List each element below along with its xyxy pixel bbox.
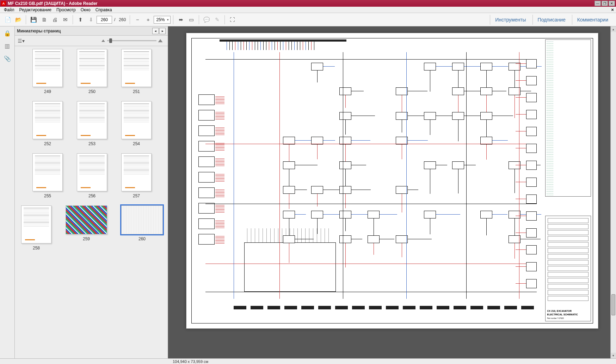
page-down-icon[interactable]: ⬇ (86, 15, 96, 25)
tab-comments[interactable]: Комментарии (572, 15, 613, 25)
tab-sign[interactable]: Подписание (532, 15, 571, 25)
schematic-legend-list: ────────────────────────────────────────… (545, 39, 591, 197)
thumbnails-icon[interactable]: ▥ (3, 41, 12, 50)
attachments-icon[interactable]: 📎 (3, 54, 12, 63)
thumbnail-label: 249 (44, 89, 51, 94)
separator (199, 15, 199, 24)
navigation-rail: 🔒 ▥ 📎 (0, 26, 15, 358)
thumbnail-249[interactable]: 249 (32, 49, 63, 94)
thumbnail-250[interactable]: 250 (77, 49, 107, 94)
thumbnail-label: 250 (88, 89, 96, 94)
thumbnail-size-slider[interactable] (107, 40, 156, 41)
save-as-icon[interactable]: 🗎 (39, 15, 49, 25)
separator (130, 15, 130, 24)
thumbnail-label: 260 (138, 236, 146, 241)
separator (73, 15, 73, 24)
thumbnail-label: 253 (88, 141, 96, 146)
menu-view[interactable]: Просмотр (54, 7, 78, 13)
title-block-line1: CX 210, EXCAVATOR (547, 309, 590, 313)
menu-file[interactable]: Файл (1, 7, 17, 13)
separator (173, 15, 173, 24)
highlight-icon[interactable]: ✎ (212, 15, 222, 25)
thumbnail-260[interactable]: 260 (121, 205, 163, 251)
fit-page-icon[interactable]: ▭ (186, 15, 196, 25)
document-viewport[interactable]: ────────────────────────────────────────… (168, 26, 616, 358)
menu-bar: Файл Редактирование Просмотр Окно Справк… (0, 7, 616, 13)
slider-min-icon (101, 39, 105, 42)
side-panel-title: Миниатюры страниц (17, 29, 61, 33)
status-bar: 104,940 x 73,959 см (0, 358, 616, 364)
restore-button[interactable]: ❐ (602, 1, 608, 6)
thumbnail-254[interactable]: 254 (121, 101, 152, 146)
document-close-button[interactable]: × (610, 7, 615, 12)
security-lock-icon[interactable]: 🔒 (3, 29, 12, 38)
page-up-icon[interactable]: ⬆ (75, 15, 85, 25)
page-number-input[interactable] (97, 16, 112, 24)
thumbnail-label: 255 (44, 193, 51, 198)
thumbnail-label: 256 (88, 193, 96, 198)
page-total: 260 (119, 17, 126, 22)
thumbnail-251[interactable]: 251 (121, 49, 152, 94)
page-separator: / (114, 17, 115, 22)
slider-max-icon (158, 39, 163, 42)
title-block-line3: Part number 7-27620 (547, 316, 590, 320)
thumbnail-255[interactable]: 255 (32, 153, 63, 198)
minimize-button[interactable]: — (595, 1, 601, 6)
scroll-up-arrow[interactable]: ▴ (611, 26, 616, 32)
export-pdf-icon[interactable]: 📄 (3, 15, 13, 25)
thumbnail-259[interactable]: 259 (66, 205, 107, 251)
schematic-key-block (545, 216, 591, 321)
panel-options-icon[interactable]: ☰▾ (18, 38, 25, 44)
read-mode-icon[interactable]: ⛶ (227, 15, 237, 25)
app-icon: A (1, 1, 6, 6)
menu-help[interactable]: Справка (93, 7, 115, 13)
zoom-out-icon[interactable]: − (133, 15, 142, 25)
open-icon[interactable]: 📂 (13, 15, 23, 25)
page-dimensions: 104,940 x 73,959 см (173, 359, 208, 364)
thumbnail-label: 251 (133, 89, 140, 94)
close-button[interactable]: ✕ (609, 1, 615, 6)
zoom-select[interactable]: 25% (154, 16, 171, 24)
menu-window[interactable]: Окно (78, 7, 93, 13)
separator (224, 15, 225, 24)
separator (26, 15, 26, 24)
thumbnails-scroll[interactable]: 249250251252253254255256257258259260 (15, 46, 168, 358)
thumbnail-label: 259 (83, 236, 90, 241)
page-canvas: ────────────────────────────────────────… (186, 33, 598, 329)
vertical-scrollbar[interactable]: ▴ ▾ (610, 26, 616, 358)
thumbnail-256[interactable]: 256 (77, 153, 107, 198)
main-area: 🔒 ▥ 📎 Миниатюры страниц ◂ ▸ ☰▾ 249250251… (0, 26, 616, 358)
comment-icon[interactable]: 💬 (202, 15, 211, 25)
thumbnail-label: 257 (133, 193, 140, 198)
panel-prev-button[interactable]: ◂ (152, 28, 159, 34)
email-icon[interactable]: ✉ (60, 15, 70, 25)
print-icon[interactable]: 🖨 (50, 15, 60, 25)
save-icon[interactable]: 💾 (29, 15, 38, 25)
thumbnail-258[interactable]: 258 (21, 205, 51, 251)
menu-edit[interactable]: Редактирование (17, 7, 54, 13)
title-bar: A MF Cx210 GB.pdf (ЗАЩИТА) - Adobe Reade… (0, 0, 616, 7)
zoom-value: 25% (156, 17, 165, 22)
slider-thumb[interactable] (109, 38, 112, 43)
thumbnail-253[interactable]: 253 (77, 101, 107, 146)
zoom-in-icon[interactable]: + (143, 15, 153, 25)
thumbnail-252[interactable]: 252 (32, 101, 63, 146)
thumbnail-label: 254 (133, 141, 140, 146)
fit-width-icon[interactable]: ⬌ (176, 15, 186, 25)
side-panel: Миниатюры страниц ◂ ▸ ☰▾ 249250251252253… (15, 26, 168, 358)
window-title: MF Cx210 GB.pdf (ЗАЩИТА) - Adobe Reader (8, 1, 595, 6)
side-panel-header: Миниатюры страниц ◂ ▸ (15, 26, 168, 36)
thumbnail-label: 258 (33, 246, 40, 251)
panel-next-button[interactable]: ▸ (159, 28, 166, 34)
toolbar: 📄 📂 💾 🗎 🖨 ✉ ⬆ ⬇ / 260 − + 25% ⬌ ▭ 💬 ✎ ⛶ … (0, 13, 616, 26)
tab-tools[interactable]: Инструменты (490, 15, 531, 25)
scroll-down-arrow[interactable]: ▾ (611, 353, 616, 358)
side-panel-tools: ☰▾ (15, 36, 168, 46)
scrollbar-thumb[interactable] (611, 294, 615, 315)
schematic-title-block: CX 210, EXCAVATOR ELECTRICAL SCHEMATIC P… (547, 309, 590, 320)
title-block-line2: ELECTRICAL SCHEMATIC (547, 313, 590, 316)
thumbnail-257[interactable]: 257 (121, 153, 152, 198)
thumbnail-label: 252 (44, 141, 51, 146)
